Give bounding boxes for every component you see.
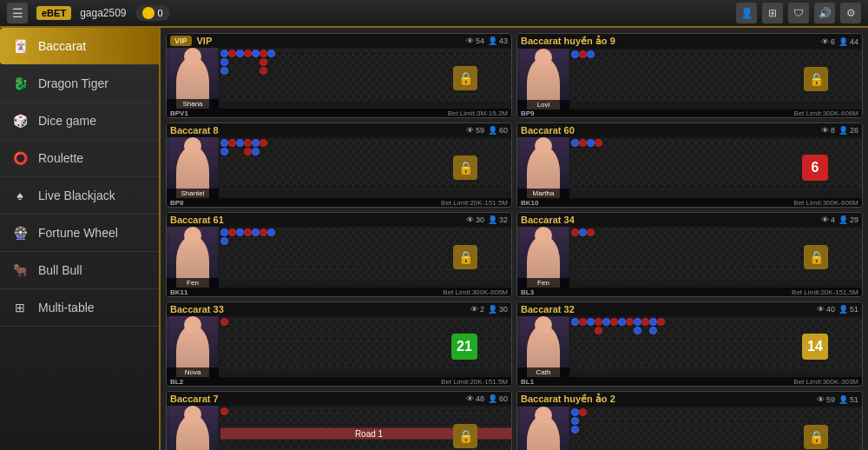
card-header-BP9: Baccarat huyền ảo 9👁 6👤 44 [517, 34, 862, 49]
table-id: BL1 [521, 378, 534, 386]
bet-limit: Bet Limit:3M-19.2M [448, 109, 508, 117]
username: gaga2509 [80, 7, 126, 19]
table-area: Road 1🔒 [219, 406, 512, 450]
card-header-BK11: Baccarat 61👁 30👤 32 [167, 213, 511, 227]
viewer-count: 👁 2 [470, 305, 484, 314]
sidebar-label-roulette: Roulette [38, 151, 83, 165]
card-title: Baccarat 60 [521, 125, 818, 136]
lock-icon: 🔒 [804, 67, 828, 91]
game-card-BK10[interactable]: Baccarat 60👁 8👤 26 Martha 6 P 43% Tie 14… [516, 122, 863, 208]
game-card-BPV2[interactable]: Baccarat 7👁 48👤 60 Aila Road 1🔒 P 38% Ti… [166, 391, 512, 450]
dealer-area: Martha [517, 137, 569, 198]
card-header-BPV2: Baccarat 7👁 48👤 60 [167, 392, 511, 406]
viewer-count: 👁 54 [466, 36, 484, 45]
game-grid: VIPVIP👁 54👤 43 Shana 🔒 P 38% Tie 11% B [161, 28, 868, 450]
player-count: 👤 26 [838, 126, 858, 135]
sidebar-item-fortune-wheel[interactable]: 🎡 Fortune Wheel [0, 215, 159, 252]
lock-icon: 🔒 [804, 245, 828, 269]
card-header-BL1: Baccarat 32👁 40👤 51 [517, 302, 862, 316]
table-area: 🔒 [569, 227, 863, 288]
baccarat-icon: 🃏 [10, 36, 30, 56]
card-title: Baccarat 34 [521, 215, 818, 225]
game-card-BL2[interactable]: Baccarat 33👁 2👤 30 Nova 21 P 100% Tie 0%… [166, 301, 512, 387]
viewer-count: 👁 59 [817, 395, 835, 404]
viewer-count: 👁 6 [821, 37, 835, 46]
multi-table-icon: ⊞ [10, 298, 30, 317]
main-layout: 🃏 Baccarat 🐉 Dragon Tiger 🎲 Dice game ⭕ … [0, 28, 868, 450]
card-body: Lovi 🔒 P 40% Tie 0% B 60% [517, 49, 862, 109]
table-id: BPV1 [170, 109, 188, 117]
card-title: Baccarat huyền ảo 2 [521, 394, 813, 405]
lock-icon: 🔒 [453, 424, 477, 448]
card-header-BPV1: VIPVIP👁 54👤 43 [167, 34, 511, 48]
blackjack-icon: ♠ [10, 186, 30, 205]
viewer-count: 👁 4 [821, 215, 835, 224]
coin-icon [142, 7, 155, 19]
sidebar-item-baccarat[interactable]: 🃏 Baccarat [0, 28, 159, 65]
card-title: Baccarat 32 [521, 304, 813, 314]
sidebar-label-live-blackjack: Live Blackjack [38, 189, 115, 202]
player-count: 👤 60 [488, 394, 508, 403]
dealer-image [517, 407, 569, 450]
viewer-count: 👁 30 [466, 215, 484, 224]
dealer-area: Aila [167, 406, 219, 450]
sidebar-item-bull-bull[interactable]: 🐂 Bull Bull [0, 252, 159, 289]
card-title: Baccarat 7 [170, 394, 463, 404]
game-card-BP8[interactable]: Baccarat 8👁 59👤 60 Shantel 🔒 P 52% Tie 7… [166, 122, 512, 208]
profile-button[interactable]: 👤 [736, 3, 757, 23]
dealer-name: Nova [167, 367, 219, 377]
card-body: Shantel 🔒 P 52% Tie 7% B 41% [167, 137, 511, 198]
game-card-BL3[interactable]: Baccarat 34👁 4👤 29 Fen 🔒 P 67% Tie 0% B [516, 212, 863, 297]
settings-button[interactable]: ⚙ [840, 3, 861, 23]
grid-button[interactable]: ⊞ [762, 3, 783, 23]
player-count: 👤 43 [488, 36, 508, 45]
bet-limit: Bet Limit:300K-303M [793, 378, 858, 386]
card-header-BL3: Baccarat 34👁 4👤 29 [517, 213, 862, 227]
sidebar-item-dice-game[interactable]: 🎲 Dice game [0, 103, 159, 140]
dealer-area: Cath [517, 316, 569, 377]
sidebar-label-fortune-wheel: Fortune Wheel [38, 226, 118, 240]
card-header-BL2: Baccarat 33👁 2👤 30 [167, 302, 511, 316]
game-card-BK11[interactable]: Baccarat 61👁 30👤 32 Fen 🔒 P 52% Tie 7% B [166, 212, 512, 297]
sidebar-label-multi-table: Multi-table [38, 301, 95, 314]
card-title: Baccarat 61 [170, 215, 463, 225]
dealer-name: Fen [167, 278, 219, 288]
game-card-BL1[interactable]: Baccarat 32👁 40👤 51 Cath 14 P 31% Tie 15… [516, 301, 863, 387]
player-count: 👤 29 [838, 215, 858, 224]
number-badge: 6 [802, 155, 828, 181]
card-header-BPV3: Baccarat huyền ảo 2👁 59👤 51 [517, 392, 862, 407]
player-count: 👤 51 [838, 395, 858, 404]
sidebar-label-dragon-tiger: Dragon Tiger [38, 76, 108, 90]
menu-button[interactable]: ☰ [7, 3, 28, 23]
table-area: 🔒 [569, 407, 863, 450]
card-footer: BP8 Bet Limit:20K-151.5M [167, 198, 511, 207]
roulette-icon: ⭕ [10, 149, 30, 168]
card-footer: BL1 Bet Limit:300K-303M [517, 377, 862, 386]
card-footer: BK11 Bet Limit:300K-606M [167, 288, 511, 296]
table-id: BK11 [170, 288, 187, 296]
sidebar-item-roulette[interactable]: ⭕ Roulette [0, 140, 159, 177]
bet-limit: Bet Limit:300K-606M [443, 288, 508, 296]
sidebar-label-baccarat: Baccarat [38, 39, 86, 53]
lock-icon: 🔒 [453, 156, 477, 180]
game-card-BPV1[interactable]: VIPVIP👁 54👤 43 Shana 🔒 P 38% Tie 11% B [166, 33, 512, 118]
sidebar-item-multi-table[interactable]: ⊞ Multi-table [0, 289, 159, 327]
game-card-BPV3[interactable]: Baccarat huyền ảo 2👁 59👤 51 Lesh 🔒 P 40%… [516, 391, 863, 450]
card-title: Baccarat 8 [170, 125, 463, 136]
dice-icon: 🎲 [10, 111, 30, 130]
sidebar-item-live-blackjack[interactable]: ♠ Live Blackjack [0, 177, 159, 215]
table-area: 🔒 [219, 227, 512, 288]
viewer-count: 👁 40 [817, 305, 835, 314]
shield-button[interactable]: 🛡 [788, 3, 809, 23]
player-count: 👤 44 [838, 37, 858, 46]
game-card-BP9[interactable]: Baccarat huyền ảo 9👁 6👤 44 Lovi 🔒 P 40% … [516, 33, 863, 118]
dealer-name: Cath [517, 367, 569, 377]
dealer-area: Lesh [517, 407, 569, 450]
bull-bull-icon: 🐂 [10, 261, 30, 280]
table-id: BL2 [170, 378, 183, 386]
sound-button[interactable]: 🔊 [814, 3, 835, 23]
viewer-count: 👁 8 [821, 126, 835, 135]
coin-value: 0 [158, 8, 163, 18]
bet-limit: Bet Limit:20K-151.5M [441, 199, 508, 207]
sidebar-item-dragon-tiger[interactable]: 🐉 Dragon Tiger [0, 65, 159, 103]
